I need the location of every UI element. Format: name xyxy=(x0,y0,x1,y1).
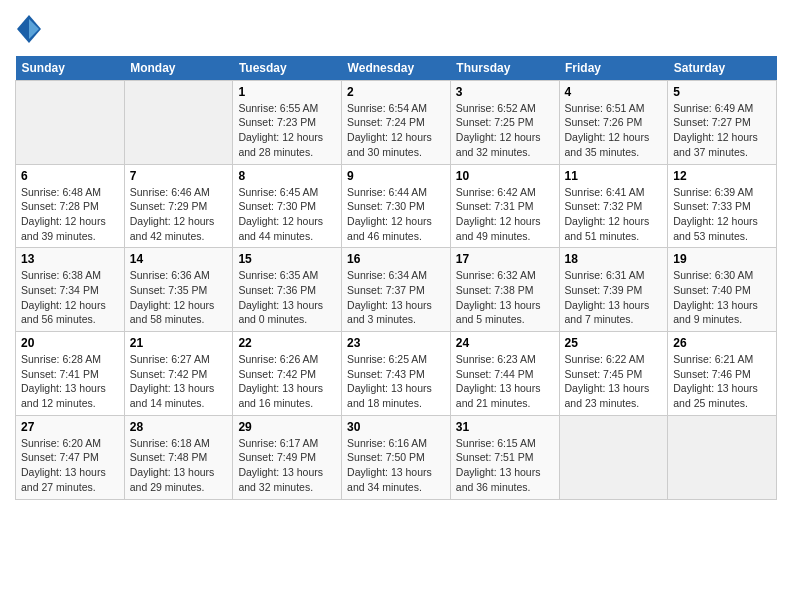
calendar-table: SundayMondayTuesdayWednesdayThursdayFrid… xyxy=(15,56,777,500)
day-info: Sunrise: 6:27 AM Sunset: 7:42 PM Dayligh… xyxy=(130,352,228,411)
day-number: 16 xyxy=(347,252,445,266)
day-info: Sunrise: 6:25 AM Sunset: 7:43 PM Dayligh… xyxy=(347,352,445,411)
calendar-cell: 20Sunrise: 6:28 AM Sunset: 7:41 PM Dayli… xyxy=(16,332,125,416)
calendar-cell: 23Sunrise: 6:25 AM Sunset: 7:43 PM Dayli… xyxy=(342,332,451,416)
day-info: Sunrise: 6:26 AM Sunset: 7:42 PM Dayligh… xyxy=(238,352,336,411)
logo-icon xyxy=(17,15,41,43)
day-info: Sunrise: 6:41 AM Sunset: 7:32 PM Dayligh… xyxy=(565,185,663,244)
calendar-cell xyxy=(559,415,668,499)
weekday-header-tuesday: Tuesday xyxy=(233,56,342,81)
day-info: Sunrise: 6:18 AM Sunset: 7:48 PM Dayligh… xyxy=(130,436,228,495)
day-number: 19 xyxy=(673,252,771,266)
day-number: 6 xyxy=(21,169,119,183)
calendar-cell xyxy=(668,415,777,499)
calendar-cell: 15Sunrise: 6:35 AM Sunset: 7:36 PM Dayli… xyxy=(233,248,342,332)
day-number: 3 xyxy=(456,85,554,99)
calendar-cell: 13Sunrise: 6:38 AM Sunset: 7:34 PM Dayli… xyxy=(16,248,125,332)
calendar-cell: 17Sunrise: 6:32 AM Sunset: 7:38 PM Dayli… xyxy=(450,248,559,332)
calendar-cell: 26Sunrise: 6:21 AM Sunset: 7:46 PM Dayli… xyxy=(668,332,777,416)
calendar-cell: 3Sunrise: 6:52 AM Sunset: 7:25 PM Daylig… xyxy=(450,80,559,164)
weekday-header-sunday: Sunday xyxy=(16,56,125,81)
weekday-header-saturday: Saturday xyxy=(668,56,777,81)
calendar-cell: 9Sunrise: 6:44 AM Sunset: 7:30 PM Daylig… xyxy=(342,164,451,248)
day-info: Sunrise: 6:35 AM Sunset: 7:36 PM Dayligh… xyxy=(238,268,336,327)
day-number: 9 xyxy=(347,169,445,183)
day-info: Sunrise: 6:30 AM Sunset: 7:40 PM Dayligh… xyxy=(673,268,771,327)
calendar-cell: 1Sunrise: 6:55 AM Sunset: 7:23 PM Daylig… xyxy=(233,80,342,164)
day-number: 15 xyxy=(238,252,336,266)
calendar-cell: 6Sunrise: 6:48 AM Sunset: 7:28 PM Daylig… xyxy=(16,164,125,248)
calendar-cell: 19Sunrise: 6:30 AM Sunset: 7:40 PM Dayli… xyxy=(668,248,777,332)
weekday-header-wednesday: Wednesday xyxy=(342,56,451,81)
day-number: 10 xyxy=(456,169,554,183)
day-number: 12 xyxy=(673,169,771,183)
day-number: 2 xyxy=(347,85,445,99)
calendar-cell: 11Sunrise: 6:41 AM Sunset: 7:32 PM Dayli… xyxy=(559,164,668,248)
day-info: Sunrise: 6:55 AM Sunset: 7:23 PM Dayligh… xyxy=(238,101,336,160)
calendar-cell: 5Sunrise: 6:49 AM Sunset: 7:27 PM Daylig… xyxy=(668,80,777,164)
header xyxy=(15,10,777,48)
day-info: Sunrise: 6:54 AM Sunset: 7:24 PM Dayligh… xyxy=(347,101,445,160)
calendar-cell: 8Sunrise: 6:45 AM Sunset: 7:30 PM Daylig… xyxy=(233,164,342,248)
calendar-cell: 31Sunrise: 6:15 AM Sunset: 7:51 PM Dayli… xyxy=(450,415,559,499)
day-number: 22 xyxy=(238,336,336,350)
calendar-cell: 4Sunrise: 6:51 AM Sunset: 7:26 PM Daylig… xyxy=(559,80,668,164)
day-number: 24 xyxy=(456,336,554,350)
calendar-cell: 27Sunrise: 6:20 AM Sunset: 7:47 PM Dayli… xyxy=(16,415,125,499)
day-number: 11 xyxy=(565,169,663,183)
day-info: Sunrise: 6:52 AM Sunset: 7:25 PM Dayligh… xyxy=(456,101,554,160)
day-number: 23 xyxy=(347,336,445,350)
day-number: 29 xyxy=(238,420,336,434)
day-info: Sunrise: 6:36 AM Sunset: 7:35 PM Dayligh… xyxy=(130,268,228,327)
day-number: 17 xyxy=(456,252,554,266)
day-info: Sunrise: 6:23 AM Sunset: 7:44 PM Dayligh… xyxy=(456,352,554,411)
calendar-cell: 7Sunrise: 6:46 AM Sunset: 7:29 PM Daylig… xyxy=(124,164,233,248)
day-info: Sunrise: 6:34 AM Sunset: 7:37 PM Dayligh… xyxy=(347,268,445,327)
calendar-cell: 24Sunrise: 6:23 AM Sunset: 7:44 PM Dayli… xyxy=(450,332,559,416)
day-number: 13 xyxy=(21,252,119,266)
day-info: Sunrise: 6:46 AM Sunset: 7:29 PM Dayligh… xyxy=(130,185,228,244)
calendar-cell xyxy=(124,80,233,164)
day-info: Sunrise: 6:51 AM Sunset: 7:26 PM Dayligh… xyxy=(565,101,663,160)
day-info: Sunrise: 6:44 AM Sunset: 7:30 PM Dayligh… xyxy=(347,185,445,244)
day-number: 27 xyxy=(21,420,119,434)
weekday-header-monday: Monday xyxy=(124,56,233,81)
day-number: 5 xyxy=(673,85,771,99)
day-number: 20 xyxy=(21,336,119,350)
calendar-cell: 21Sunrise: 6:27 AM Sunset: 7:42 PM Dayli… xyxy=(124,332,233,416)
day-number: 26 xyxy=(673,336,771,350)
day-number: 8 xyxy=(238,169,336,183)
day-number: 21 xyxy=(130,336,228,350)
day-info: Sunrise: 6:16 AM Sunset: 7:50 PM Dayligh… xyxy=(347,436,445,495)
day-number: 30 xyxy=(347,420,445,434)
day-number: 28 xyxy=(130,420,228,434)
day-info: Sunrise: 6:21 AM Sunset: 7:46 PM Dayligh… xyxy=(673,352,771,411)
day-info: Sunrise: 6:20 AM Sunset: 7:47 PM Dayligh… xyxy=(21,436,119,495)
day-info: Sunrise: 6:45 AM Sunset: 7:30 PM Dayligh… xyxy=(238,185,336,244)
day-info: Sunrise: 6:31 AM Sunset: 7:39 PM Dayligh… xyxy=(565,268,663,327)
calendar-cell: 29Sunrise: 6:17 AM Sunset: 7:49 PM Dayli… xyxy=(233,415,342,499)
calendar-cell: 28Sunrise: 6:18 AM Sunset: 7:48 PM Dayli… xyxy=(124,415,233,499)
calendar-cell: 10Sunrise: 6:42 AM Sunset: 7:31 PM Dayli… xyxy=(450,164,559,248)
day-info: Sunrise: 6:42 AM Sunset: 7:31 PM Dayligh… xyxy=(456,185,554,244)
day-number: 4 xyxy=(565,85,663,99)
day-number: 1 xyxy=(238,85,336,99)
calendar-cell: 22Sunrise: 6:26 AM Sunset: 7:42 PM Dayli… xyxy=(233,332,342,416)
day-info: Sunrise: 6:32 AM Sunset: 7:38 PM Dayligh… xyxy=(456,268,554,327)
calendar-cell: 2Sunrise: 6:54 AM Sunset: 7:24 PM Daylig… xyxy=(342,80,451,164)
day-info: Sunrise: 6:17 AM Sunset: 7:49 PM Dayligh… xyxy=(238,436,336,495)
calendar-cell: 30Sunrise: 6:16 AM Sunset: 7:50 PM Dayli… xyxy=(342,415,451,499)
day-number: 31 xyxy=(456,420,554,434)
day-info: Sunrise: 6:48 AM Sunset: 7:28 PM Dayligh… xyxy=(21,185,119,244)
day-info: Sunrise: 6:49 AM Sunset: 7:27 PM Dayligh… xyxy=(673,101,771,160)
day-info: Sunrise: 6:38 AM Sunset: 7:34 PM Dayligh… xyxy=(21,268,119,327)
day-info: Sunrise: 6:28 AM Sunset: 7:41 PM Dayligh… xyxy=(21,352,119,411)
calendar-cell: 14Sunrise: 6:36 AM Sunset: 7:35 PM Dayli… xyxy=(124,248,233,332)
day-number: 25 xyxy=(565,336,663,350)
logo xyxy=(15,15,41,48)
day-number: 18 xyxy=(565,252,663,266)
day-info: Sunrise: 6:15 AM Sunset: 7:51 PM Dayligh… xyxy=(456,436,554,495)
calendar-cell: 12Sunrise: 6:39 AM Sunset: 7:33 PM Dayli… xyxy=(668,164,777,248)
calendar-cell: 25Sunrise: 6:22 AM Sunset: 7:45 PM Dayli… xyxy=(559,332,668,416)
calendar-cell: 18Sunrise: 6:31 AM Sunset: 7:39 PM Dayli… xyxy=(559,248,668,332)
